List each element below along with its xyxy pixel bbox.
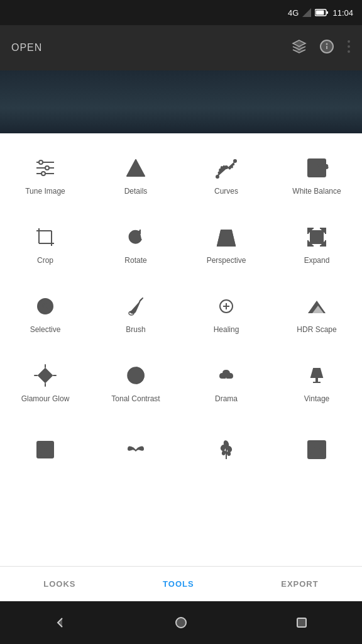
details-label: Details (124, 187, 148, 197)
nav-export[interactable]: EXPORT (268, 574, 331, 594)
svg-point-56 (48, 452, 52, 456)
tool-tonal-contrast[interactable]: Tonal Contrast (90, 347, 181, 416)
tool-19[interactable] (181, 416, 272, 486)
healing-icon (212, 292, 240, 320)
hdr-scape-label: HDR Scape (297, 325, 336, 335)
tool-vintage[interactable]: Vintage (272, 347, 362, 416)
white-balance-label: White Balance (292, 187, 341, 197)
time-display: 11:04 (332, 8, 353, 18)
svg-point-15 (41, 172, 45, 175)
photo-preview (0, 70, 362, 133)
selective-label: Selective (30, 325, 61, 335)
svg-point-9 (348, 50, 350, 53)
curves-icon (212, 154, 240, 182)
svg-rect-27 (39, 231, 52, 243)
layers-icon[interactable] (292, 39, 307, 57)
tool-18[interactable] (90, 416, 181, 486)
expand-label: Expand (304, 256, 330, 266)
svg-marker-16 (127, 160, 145, 176)
svg-marker-0 (302, 8, 311, 17)
drama-icon (212, 362, 240, 389)
tool-selective[interactable]: Selective (0, 278, 90, 347)
tool-white-balance[interactable]: WB White Balance (272, 140, 362, 209)
triangle-image-icon (303, 436, 331, 464)
tool-curves[interactable]: Curves (181, 140, 272, 209)
mustache-icon (122, 436, 150, 464)
tools-panel: Tune Image Details Curves (0, 133, 362, 486)
nav-tools[interactable]: TOOLS (150, 574, 207, 594)
tool-perspective[interactable]: Perspective (181, 209, 272, 278)
svg-marker-43 (38, 369, 52, 382)
nav-looks[interactable]: LOOKS (31, 574, 88, 594)
crop-label: Crop (37, 256, 53, 266)
svg-rect-33 (310, 231, 323, 243)
brush-label: Brush (126, 325, 145, 335)
tool-hdr-scape[interactable]: HDR Scape (272, 278, 362, 347)
svg-rect-2 (316, 11, 324, 15)
drama-label: Drama (215, 394, 238, 404)
svg-point-57 (44, 448, 47, 451)
open-button[interactable]: OPEN (11, 42, 42, 53)
svg-point-55 (39, 452, 43, 456)
back-button[interactable] (47, 609, 74, 636)
svg-rect-50 (315, 377, 318, 382)
svg-point-35 (43, 304, 48, 309)
more-icon[interactable] (347, 39, 351, 57)
white-balance-icon: WB (303, 154, 331, 182)
signal-icon (302, 8, 311, 17)
svg-point-13 (39, 160, 43, 164)
svg-marker-49 (224, 377, 229, 387)
tune-image-icon (31, 154, 59, 182)
top-toolbar: OPEN (0, 25, 362, 70)
grid-icon (31, 436, 59, 464)
glamour-glow-label: Glamour Glow (21, 394, 70, 404)
tool-tune-image[interactable]: Tune Image (0, 140, 90, 209)
svg-point-66 (176, 618, 186, 628)
svg-rect-3 (327, 11, 329, 14)
status-bar: 4G 11:04 (0, 0, 362, 25)
tool-17[interactable] (0, 416, 90, 486)
svg-point-53 (39, 443, 43, 447)
vintage-label: Vintage (304, 394, 329, 404)
healing-label: Healing (214, 325, 239, 335)
bottom-nav: LOOKS TOOLS EXPORT (0, 566, 362, 601)
crop-icon (31, 223, 59, 251)
tool-20[interactable] (272, 416, 362, 486)
glamour-glow-icon (31, 362, 59, 389)
perspective-label: Perspective (207, 256, 246, 266)
vintage-icon (303, 362, 331, 389)
tool-rotate[interactable]: Rotate (90, 209, 181, 278)
svg-point-14 (45, 166, 49, 170)
home-button[interactable] (167, 609, 195, 636)
svg-point-54 (48, 443, 52, 447)
tools-grid: Tune Image Details Curves (0, 140, 362, 486)
tune-image-label: Tune Image (25, 187, 65, 197)
tool-healing[interactable]: Healing (181, 278, 272, 347)
svg-text:WB: WB (319, 164, 328, 170)
svg-point-62 (221, 450, 226, 455)
tool-brush[interactable]: Brush (90, 278, 181, 347)
signal-text: 4G (288, 8, 299, 18)
toolbar-actions (292, 39, 351, 57)
hdr-scape-icon (303, 292, 331, 320)
rotate-label: Rotate (124, 256, 146, 266)
tonal-contrast-label: Tonal Contrast (111, 394, 160, 404)
info-icon[interactable] (319, 39, 334, 57)
curves-label: Curves (214, 187, 238, 197)
svg-rect-67 (297, 618, 306, 627)
svg-point-17 (216, 175, 219, 178)
android-nav-bar (0, 601, 362, 644)
recents-button[interactable] (288, 609, 315, 636)
tool-details[interactable]: Details (90, 140, 181, 209)
svg-line-36 (140, 298, 143, 301)
tool-drama[interactable]: Drama (181, 347, 272, 416)
svg-point-18 (225, 166, 228, 169)
battery-icon (315, 9, 329, 16)
svg-rect-21 (310, 160, 316, 168)
tool-glamour-glow[interactable]: Glamour Glow (0, 347, 90, 416)
svg-point-8 (348, 45, 350, 48)
tool-expand[interactable]: Expand (272, 209, 362, 278)
perspective-icon (212, 223, 240, 251)
svg-point-19 (234, 160, 236, 162)
tool-crop[interactable]: Crop (0, 209, 90, 278)
